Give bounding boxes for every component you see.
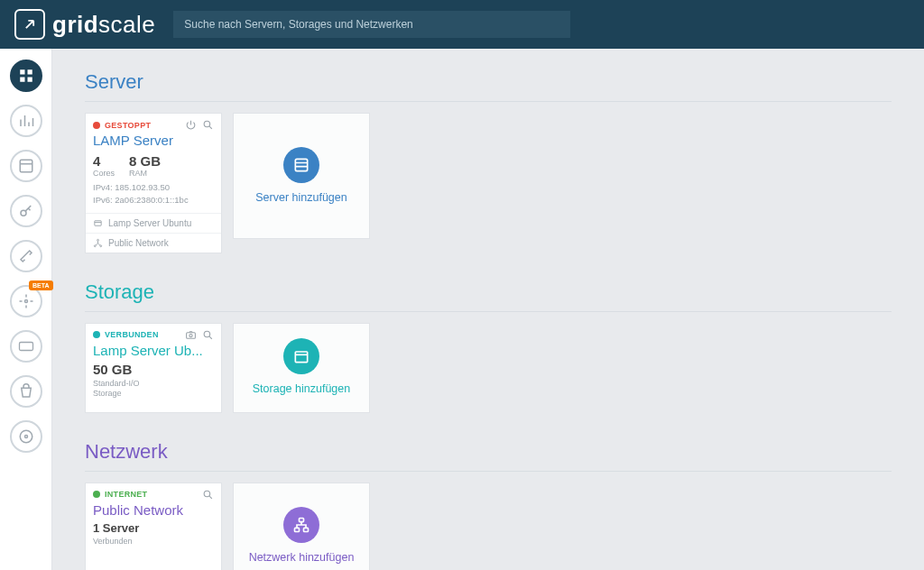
main-content: Server GESTOPPT LAMP Server 4Cores (52, 49, 924, 570)
sidebar: BETA (0, 49, 52, 570)
server-section-title: Server (85, 70, 892, 94)
network-add-icon (283, 507, 319, 543)
svg-rect-1 (27, 69, 32, 74)
svg-rect-7 (19, 343, 32, 351)
network-icon (93, 238, 103, 248)
svg-point-8 (20, 430, 32, 443)
svg-rect-0 (20, 69, 24, 74)
snapshot-icon[interactable] (185, 329, 197, 341)
svg-point-17 (189, 334, 192, 336)
svg-point-12 (97, 239, 99, 241)
nav-stats[interactable] (10, 105, 42, 137)
network-name: Public Network (86, 502, 221, 521)
svg-rect-2 (20, 78, 24, 82)
search-input[interactable] (173, 11, 570, 38)
cores-value: 4 (93, 153, 115, 169)
svg-rect-16 (187, 332, 196, 338)
nav-iso[interactable] (10, 420, 42, 453)
add-storage-button[interactable]: Storage hinzufügen (233, 323, 370, 413)
svg-rect-22 (295, 529, 300, 532)
ipv6-address: IPv6: 2a06:2380:0:1::1bc (93, 194, 214, 207)
nav-keys[interactable] (10, 195, 42, 227)
add-server-button[interactable]: Server hinzufügen (233, 113, 370, 239)
search-container (173, 11, 570, 38)
network-card[interactable]: INTERNET Public Network 1 Server Verbund… (85, 483, 222, 571)
network-status: INTERNET (105, 490, 147, 499)
storage-card[interactable]: VERBUNDEN Lamp Server Ub... 50 GB Standa… (85, 323, 222, 413)
add-network-label: Netzwerk hinzufügen (249, 550, 355, 565)
svg-point-18 (204, 331, 210, 337)
beta-badge: BETA (29, 280, 53, 290)
svg-rect-21 (300, 519, 304, 522)
nav-ips[interactable] (10, 330, 42, 363)
svg-point-9 (24, 436, 27, 438)
logo-text: gridscale (52, 11, 155, 39)
status-dot-icon (93, 491, 100, 498)
svg-rect-19 (295, 352, 307, 363)
svg-point-6 (24, 300, 27, 303)
linked-storage-row: Lamp Server Ubuntu (86, 214, 221, 234)
ram-value: 8 GB (129, 153, 161, 169)
nav-objectstorage[interactable] (10, 375, 42, 408)
add-network-button[interactable]: Netzwerk hinzufügen (233, 483, 370, 571)
network-section-title: Netzwerk (85, 440, 892, 464)
server-name: LAMP Server (86, 133, 221, 152)
svg-point-10 (204, 121, 210, 127)
server-status: GESTOPPT (105, 121, 151, 130)
svg-point-14 (100, 244, 102, 246)
storage-section: Storage VERBUNDEN Lamp Server Ub... 50 G… (85, 280, 892, 413)
search-icon[interactable] (202, 489, 214, 501)
storage-status: VERBUNDEN (105, 330, 159, 339)
svg-rect-11 (95, 220, 101, 225)
svg-point-13 (94, 244, 96, 246)
svg-point-20 (204, 491, 210, 497)
svg-rect-4 (20, 160, 32, 172)
nav-tools[interactable] (10, 240, 42, 272)
status-dot-icon (93, 122, 100, 129)
storage-name: Lamp Server Ub... (86, 343, 221, 362)
storage-size: 50 GB (93, 362, 214, 377)
add-storage-label: Storage hinzufügen (253, 382, 350, 396)
nav-dashboard[interactable] (10, 60, 42, 92)
storage-type2: Storage (93, 389, 214, 400)
server-add-icon (283, 147, 319, 183)
svg-rect-3 (27, 78, 32, 82)
nav-templates[interactable] (10, 150, 42, 182)
storage-add-icon (283, 338, 319, 374)
svg-rect-15 (295, 159, 307, 170)
status-dot-icon (93, 331, 100, 338)
network-section: Netzwerk INTERNET Public Network 1 Serve… (85, 440, 892, 571)
storage-type1: Standard-I/O (93, 379, 214, 390)
storage-section-title: Storage (85, 280, 892, 304)
search-icon[interactable] (202, 329, 214, 341)
network-servers: 1 Server (93, 521, 214, 535)
ipv4-address: IPv4: 185.102.93.50 (93, 181, 214, 194)
ram-label: RAM (129, 169, 161, 178)
network-sub: Verbunden (93, 537, 214, 547)
nav-loadbalancer[interactable]: BETA (10, 285, 42, 317)
logo-icon (14, 9, 45, 40)
search-icon[interactable] (202, 119, 214, 131)
add-server-label: Server hinzufügen (255, 190, 346, 205)
server-section: Server GESTOPPT LAMP Server 4Cores (85, 70, 892, 253)
svg-rect-23 (304, 529, 309, 532)
power-icon[interactable] (185, 119, 197, 131)
server-card[interactable]: GESTOPPT LAMP Server 4Cores 8 GBRAM IPv4… (85, 113, 222, 253)
storage-icon (93, 218, 103, 228)
cores-label: Cores (93, 169, 115, 178)
logo[interactable]: gridscale (14, 9, 155, 40)
linked-network-row: Public Network (86, 234, 221, 253)
